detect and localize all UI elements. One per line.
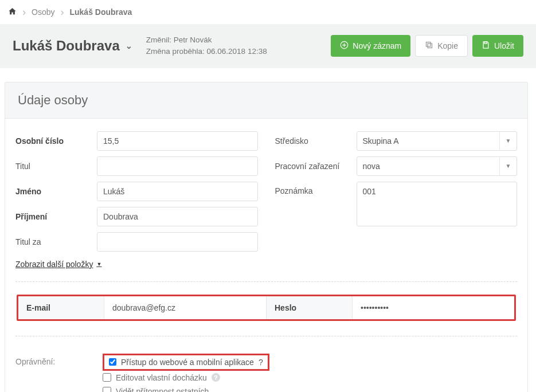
note-textarea[interactable] <box>357 182 518 226</box>
password-input[interactable] <box>353 296 514 319</box>
new-record-label: Nový záznam <box>353 41 401 50</box>
center-label: Středisko <box>275 136 357 146</box>
page-title-dropdown[interactable]: Lukáš Doubrava ⌄ <box>13 38 132 54</box>
title-after-label: Titul za <box>15 237 97 246</box>
permission-web-mobile-checkbox[interactable] <box>109 358 116 366</box>
expand-label: Zobrazit další položky <box>15 260 93 269</box>
home-icon[interactable] <box>8 7 17 17</box>
left-column: Osobní číslo Titul Jméno Příjmení Titul … <box>15 131 258 269</box>
changed-by-value: Petr Novák <box>174 36 212 44</box>
first-name-input[interactable] <box>97 182 258 201</box>
new-record-button[interactable]: Nový záznam <box>331 35 410 57</box>
title-before-label: Titul <box>15 162 97 171</box>
permission-see-presence-label: Vidět přítomnost ostatních <box>116 387 209 393</box>
last-name-input[interactable] <box>97 207 258 226</box>
caret-down-icon: ▼ <box>499 157 517 175</box>
svg-rect-2 <box>427 42 431 47</box>
breadcrumb: › Osoby › Lukáš Doubrava <box>0 0 536 24</box>
permissions-block: Oprávnění: Přístup do webové a mobilní a… <box>15 354 517 393</box>
personal-number-label: Osobní číslo <box>15 136 97 146</box>
personal-number-input[interactable] <box>97 131 258 151</box>
plus-circle-icon <box>340 41 349 51</box>
right-column: Středisko Skupina A ▼ Pracovní zařazení … <box>275 131 518 269</box>
caret-down-icon: ▼ <box>96 261 101 267</box>
save-button[interactable]: Uložit <box>472 35 523 57</box>
copy-label: Kopie <box>437 41 458 50</box>
copy-button[interactable]: Kopie <box>415 35 468 57</box>
caret-down-icon: ▼ <box>499 132 517 150</box>
permissions-label: Oprávnění: <box>15 354 103 393</box>
permission-edit-attendance-checkbox[interactable] <box>103 373 111 382</box>
breadcrumb-current: Lukáš Doubrava <box>69 7 132 17</box>
panel-title: Údaje osoby <box>5 83 527 119</box>
action-buttons: Nový záznam Kopie Uložit <box>331 35 523 57</box>
credentials-highlight: E-mail Heslo <box>17 295 516 321</box>
work-position-label: Pracovní zařazení <box>275 162 357 171</box>
permission-web-mobile-label: Přístup do webové a mobilní aplikace <box>121 358 254 367</box>
changed-at-label: Změna proběhla: <box>146 47 205 56</box>
password-label: Heslo <box>267 296 353 319</box>
copy-icon <box>425 41 433 51</box>
last-name-label: Příjmení <box>15 212 97 221</box>
svg-rect-1 <box>428 44 432 48</box>
svg-rect-3 <box>484 42 487 44</box>
help-icon[interactable]: ? <box>259 358 263 367</box>
person-details-panel: Údaje osoby Osobní číslo Titul Jméno Pří… <box>5 82 528 393</box>
chevron-down-icon: ⌄ <box>126 41 132 50</box>
title-after-input[interactable] <box>97 232 258 252</box>
help-icon[interactable]: ? <box>212 373 220 382</box>
permission-see-presence-checkbox[interactable] <box>103 387 111 392</box>
email-input[interactable] <box>104 296 266 319</box>
page-header: Lukáš Doubrava ⌄ Změnil: Petr Novák Změn… <box>0 24 536 68</box>
permission-web-mobile-highlight: Přístup do webové a mobilní aplikace ? <box>103 354 269 371</box>
page-title: Lukáš Doubrava <box>13 38 120 54</box>
breadcrumb-level-1[interactable]: Osoby <box>32 7 54 17</box>
center-select[interactable]: Skupina A ▼ <box>357 131 518 151</box>
work-position-select[interactable]: nova ▼ <box>357 156 518 176</box>
save-label: Uložit <box>494 41 514 50</box>
save-icon <box>482 41 490 51</box>
work-position-value: nova <box>357 157 500 175</box>
center-value: Skupina A <box>357 132 500 150</box>
changed-at-value: 06.06.2018 12:38 <box>207 47 267 56</box>
permission-edit-attendance-label: Editovat vlastní docházku <box>116 373 207 382</box>
expand-more-fields-link[interactable]: Zobrazit další položky ▼ <box>15 260 101 269</box>
first-name-label: Jméno <box>15 187 97 196</box>
change-meta: Změnil: Petr Novák Změna proběhla: 06.06… <box>146 34 267 58</box>
email-label: E-mail <box>18 296 104 319</box>
changed-by-label: Změnil: <box>146 36 171 44</box>
chevron-right-icon: › <box>60 7 64 17</box>
chevron-right-icon: › <box>22 7 26 17</box>
note-label: Poznámka <box>275 182 357 195</box>
title-before-input[interactable] <box>97 156 258 176</box>
